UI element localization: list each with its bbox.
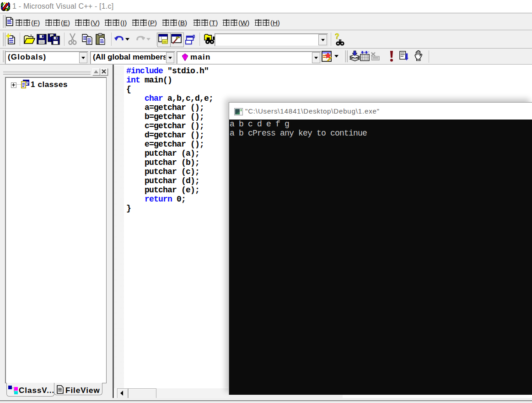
svg-text:?: ? <box>335 33 339 40</box>
